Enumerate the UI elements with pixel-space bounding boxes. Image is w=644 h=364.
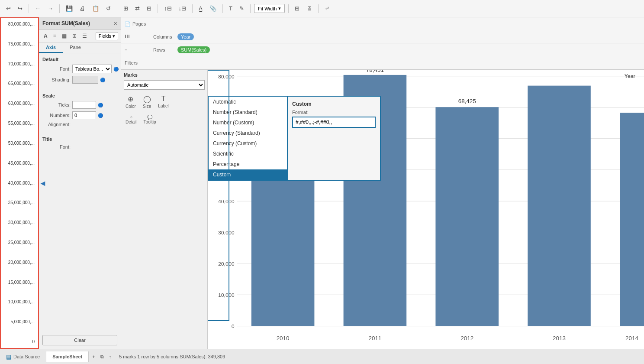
svg-text:80,000: 80,000 xyxy=(218,74,235,79)
color-mark-button[interactable]: ⊕ Color xyxy=(124,93,138,110)
tooltip-button[interactable]: 💬 Tooltip xyxy=(142,113,158,126)
device-btn[interactable]: 🖥 xyxy=(304,3,315,13)
duplicate-sheet-button[interactable]: ⧉ xyxy=(98,352,106,361)
format-currency-standard[interactable]: Currency (Standard) xyxy=(209,128,287,138)
fit-width-dropdown[interactable]: Fit Width ▾ xyxy=(254,4,285,13)
alignment-row: Alignment: xyxy=(42,122,117,127)
ticks-chevron-icon[interactable]: 🔵 xyxy=(98,103,103,107)
custom-title: Custom xyxy=(292,101,376,107)
axis-tab[interactable]: Axis xyxy=(39,42,63,53)
shading-chevron-icon[interactable]: 🔵 xyxy=(100,78,105,82)
default-section: Default Font: Tableau Bo... 🔵 Shading: 🔵 xyxy=(39,53,121,90)
font-chevron-icon[interactable]: 🔵 xyxy=(113,67,119,72)
center-area: 📄 Pages ⁞⁞⁞ Columns Year ≡ Rows SUM(Sale… xyxy=(121,17,644,349)
svg-rect-29 xyxy=(620,113,644,326)
top-toolbar: ↩ ↪ ← → 💾 🖨 📋 ↺ ⊞ ⇄ ⊟ ↑⊟ ↓⊟ A̲ 📎 T ✎ Fit… xyxy=(0,0,644,17)
chart-area: Year 80,000 70,000 60,000 50,000 40,000 … xyxy=(208,70,644,349)
undo-button[interactable]: ↩ xyxy=(3,3,13,13)
shading-row: Shading: 🔵 xyxy=(42,76,117,84)
shading-color-box[interactable] xyxy=(72,76,98,84)
columns-label: Columns xyxy=(153,34,175,39)
data-source-tab[interactable]: ▤ Data Source xyxy=(0,351,46,363)
swap-btn[interactable]: ⇄ xyxy=(132,3,142,13)
print-button[interactable]: 🖨 xyxy=(77,3,88,13)
ticks-input[interactable] xyxy=(72,101,96,109)
svg-rect-27 xyxy=(528,86,591,326)
format-currency-custom[interactable]: Currency (Custom) xyxy=(209,138,287,149)
sum-sales-pill[interactable]: SUM(Sales) xyxy=(177,46,210,53)
tooltip-btn[interactable]: 📎 xyxy=(207,3,219,13)
color-label: Color xyxy=(126,104,136,109)
numbers-label: Numbers: xyxy=(42,113,71,118)
label-mark-button[interactable]: T Label xyxy=(156,93,170,110)
separator-9 xyxy=(318,4,319,13)
numbers-input[interactable] xyxy=(72,111,96,119)
rows-icon: ≡ xyxy=(125,47,151,52)
svg-text:0: 0 xyxy=(232,324,235,329)
columns-shelf: ⁞⁞⁞ Columns Year xyxy=(121,30,644,43)
add-sheet-button[interactable]: + xyxy=(90,352,97,361)
pages-label: 📄 Pages xyxy=(125,21,151,27)
bold-button[interactable]: A xyxy=(42,32,50,40)
border-button[interactable]: ⊞ xyxy=(70,32,79,40)
label-icon: T xyxy=(161,95,166,103)
format-custom[interactable]: Custom xyxy=(209,169,287,180)
lines-button[interactable]: ☰ xyxy=(80,32,89,40)
detail-icon: ⁘ xyxy=(129,115,133,120)
share-btn[interactable]: ⤶ xyxy=(322,3,332,13)
export-button[interactable]: 📋 xyxy=(90,3,102,13)
export-sheet-button[interactable]: ↑ xyxy=(106,352,114,361)
sample-sheet-tab[interactable]: SampleSheet xyxy=(46,351,89,362)
marks-type-select[interactable]: Automatic Bar Line xyxy=(124,80,205,90)
axis-label-35m: 35,000,000,... xyxy=(3,200,36,205)
forward-button[interactable]: → xyxy=(45,3,56,13)
separator-4 xyxy=(158,4,158,13)
format-number-custom[interactable]: Number (Custom) xyxy=(209,117,287,128)
svg-text:68,425: 68,425 xyxy=(458,99,476,104)
format-number-standard[interactable]: Number (Standard) xyxy=(209,107,287,117)
rows-shelf: ≡ Rows SUM(Sales) xyxy=(121,43,644,56)
view-btn[interactable]: ⊞ xyxy=(292,3,302,13)
redo-button[interactable]: ↪ xyxy=(15,3,25,13)
format-panel-close-button[interactable]: × xyxy=(114,20,117,27)
fit-width-label: Fit Width xyxy=(258,6,277,11)
format-automatic[interactable]: Automatic xyxy=(209,97,287,107)
format-scientific[interactable]: Scientific xyxy=(209,149,287,159)
save-button[interactable]: 💾 xyxy=(63,3,75,13)
title-section-label: Title xyxy=(42,136,117,142)
pages-icon: 📄 xyxy=(125,21,131,27)
text-btn[interactable]: T xyxy=(226,3,235,13)
shading-button[interactable]: ▦ xyxy=(60,32,69,40)
tooltip-icon: 💬 xyxy=(147,115,152,120)
annotate-btn[interactable]: ✎ xyxy=(237,3,247,13)
rows-label: Rows xyxy=(153,47,175,52)
clear-button[interactable]: Clear xyxy=(42,335,117,345)
font-select[interactable]: Tableau Bo... xyxy=(72,65,112,73)
separator-3 xyxy=(117,4,117,13)
ticks-row: Ticks: 🔵 xyxy=(42,101,117,109)
refresh-button[interactable]: ↺ xyxy=(103,3,113,13)
custom-format-input[interactable] xyxy=(292,117,376,128)
filters-shelf: Filters xyxy=(121,56,644,69)
separator-5 xyxy=(192,4,193,13)
align-left-button[interactable]: ≡ xyxy=(51,32,58,40)
layout-btn[interactable]: ⊞ xyxy=(121,3,131,13)
bottom-bar: ▤ Data Source SampleSheet + ⧉ ↑ 5 marks … xyxy=(0,349,644,364)
size-mark-button[interactable]: ◯ Size xyxy=(141,93,153,110)
back-button[interactable]: ← xyxy=(32,3,43,13)
numbers-chevron-icon[interactable]: 🔵 xyxy=(98,113,103,118)
left-axis-panel: 80,000,000,... 75,000,000,... 70,000,000… xyxy=(0,17,39,349)
year-pill[interactable]: Year xyxy=(177,33,194,40)
pane-tab[interactable]: Pane xyxy=(63,42,88,53)
format-percentage[interactable]: Percentage xyxy=(209,159,287,169)
fields-dropdown[interactable]: Fields ▾ xyxy=(96,32,118,40)
format-type-list[interactable]: Automatic Number (Standard) Number (Cust… xyxy=(208,96,288,181)
tooltip-label: Tooltip xyxy=(144,120,156,124)
axis-label-30m: 30,000,000,... xyxy=(3,220,36,225)
sort-desc-btn[interactable]: ↓⊟ xyxy=(176,3,189,13)
detail-button[interactable]: ⁘ Detail xyxy=(124,113,138,126)
sort-asc-btn[interactable]: ↑⊟ xyxy=(161,3,174,13)
sort-btn[interactable]: ⊟ xyxy=(144,3,154,13)
svg-text:10,000: 10,000 xyxy=(218,292,235,298)
highlight-btn[interactable]: A̲ xyxy=(196,3,205,13)
